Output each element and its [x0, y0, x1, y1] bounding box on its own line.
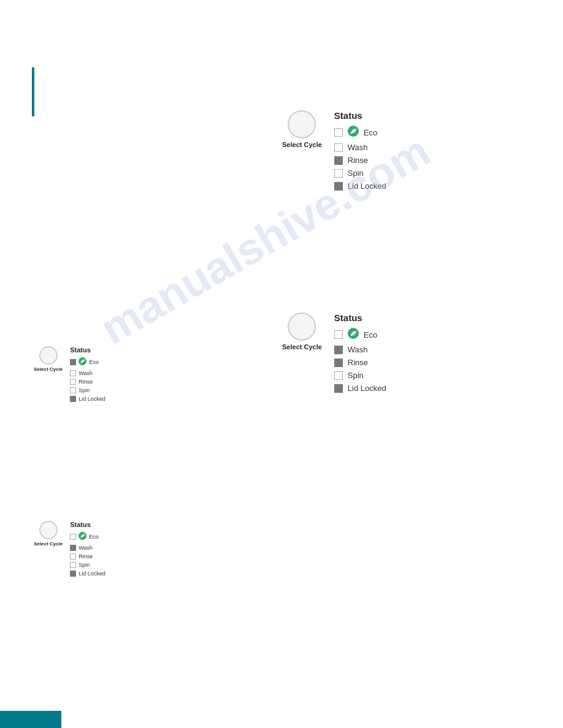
status-item-label: Eco: [364, 330, 377, 339]
status-item-label: Spin: [79, 562, 90, 568]
status-item-label: Rinse: [79, 553, 93, 559]
panel-panel-top-right: Select CycleStatus EcoWashRinseSpinLid L…: [282, 110, 386, 194]
status-indicator: [334, 128, 343, 137]
status-item-label: Eco: [89, 534, 99, 540]
status-item: Lid Locked: [70, 396, 105, 402]
status-item-label: Wash: [79, 545, 93, 551]
status-block: Status EcoWashRinseSpinLid Locked: [334, 110, 386, 194]
status-item: Wash: [334, 143, 386, 152]
status-indicator: [334, 182, 343, 191]
status-item: Lid Locked: [334, 181, 386, 191]
knob-label: Select Cycle: [34, 541, 63, 547]
select-cycle-knob[interactable]: [39, 521, 58, 539]
status-item: Wash: [70, 370, 105, 376]
status-item: Wash: [334, 345, 386, 354]
status-indicator: [70, 359, 76, 365]
status-indicator: [334, 384, 343, 393]
status-indicator: [70, 545, 76, 551]
status-item-label: Wash: [79, 370, 93, 376]
status-indicator: [334, 156, 343, 165]
knob-label: Select Cycle: [282, 343, 322, 351]
knob-label: Select Cycle: [34, 366, 63, 373]
left-accent-bar: [32, 67, 34, 116]
status-indicator: [70, 379, 76, 385]
status-item: Rinse: [70, 379, 105, 385]
status-indicator: [334, 346, 343, 354]
status-item: Rinse: [70, 553, 105, 559]
status-item-label: Eco: [89, 359, 99, 365]
status-indicator: [70, 534, 76, 540]
status-block: Status EcoWashRinseSpinLid Locked: [70, 346, 105, 404]
panel-panel-bot-left: Select CycleStatus EcoWashRinseSpinLid L…: [34, 521, 105, 579]
status-indicator: [334, 358, 343, 367]
status-item: Spin: [334, 169, 386, 178]
status-item-label: Eco: [364, 128, 377, 137]
status-block: Status EcoWashRinseSpinLid Locked: [70, 521, 105, 579]
status-indicator: [70, 387, 76, 393]
status-item-label: Wash: [348, 143, 368, 152]
status-indicator: [70, 562, 76, 568]
status-title: Status: [334, 110, 386, 121]
eco-icon: [79, 531, 86, 542]
knob-label: Select Cycle: [282, 140, 322, 149]
status-item-label: Rinse: [79, 379, 93, 385]
knob-wrapper: Select Cycle: [282, 110, 322, 149]
status-block: Status EcoWashRinseSpinLid Locked: [334, 313, 386, 396]
status-indicator: [70, 553, 76, 559]
status-item-label: Lid Locked: [348, 181, 386, 191]
status-item: Wash: [70, 545, 105, 551]
status-item-label: Lid Locked: [348, 384, 386, 393]
eco-icon: [348, 126, 359, 139]
status-item-label: Rinse: [348, 358, 368, 367]
status-item-label: Spin: [348, 169, 364, 178]
status-indicator: [334, 371, 343, 380]
status-item: Eco: [334, 328, 386, 341]
panel-panel-mid-right: Select CycleStatus EcoWashRinseSpinLid L…: [282, 313, 386, 396]
bottom-bar: [0, 711, 61, 728]
status-item: Spin: [70, 387, 105, 393]
status-indicator: [334, 169, 343, 178]
knob-wrapper: Select Cycle: [34, 346, 63, 373]
status-item: Rinse: [334, 156, 386, 165]
knob-wrapper: Select Cycle: [34, 521, 63, 547]
status-item: Rinse: [334, 358, 386, 367]
status-title: Status: [70, 521, 105, 528]
status-item: Spin: [70, 562, 105, 568]
eco-icon: [79, 357, 86, 368]
status-item-label: Spin: [348, 371, 364, 380]
status-item-label: Rinse: [348, 156, 368, 165]
status-item: Eco: [70, 531, 105, 542]
status-item-label: Spin: [79, 387, 90, 393]
select-cycle-knob[interactable]: [288, 110, 316, 138]
status-item: Eco: [334, 126, 386, 139]
status-indicator: [70, 370, 76, 376]
status-title: Status: [70, 346, 105, 354]
status-indicator: [70, 396, 76, 402]
status-item-label: Lid Locked: [79, 571, 105, 577]
status-item: Spin: [334, 371, 386, 380]
status-item-label: Lid Locked: [79, 396, 105, 402]
status-indicator: [70, 571, 76, 577]
eco-icon: [348, 328, 359, 341]
status-indicator: [334, 330, 343, 339]
status-item-label: Wash: [348, 345, 368, 354]
status-item: Lid Locked: [70, 571, 105, 577]
status-item: Eco: [70, 357, 105, 368]
status-title: Status: [334, 313, 386, 323]
select-cycle-knob[interactable]: [39, 346, 58, 365]
status-item: Lid Locked: [334, 384, 386, 393]
knob-wrapper: Select Cycle: [282, 313, 322, 351]
status-indicator: [334, 143, 343, 152]
select-cycle-knob[interactable]: [288, 313, 316, 341]
panel-panel-mid-left: Select CycleStatus EcoWashRinseSpinLid L…: [34, 346, 105, 404]
